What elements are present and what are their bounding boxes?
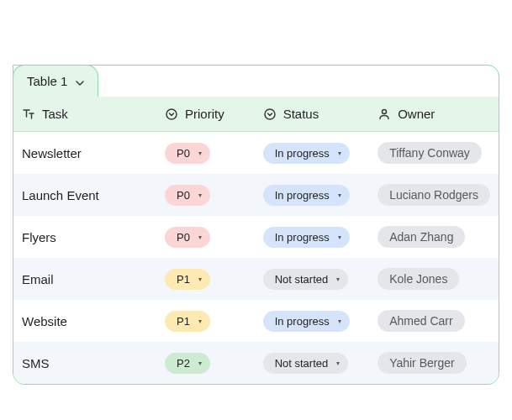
owner-name: Kole Jones [389, 272, 447, 286]
task-name: Flyers [22, 230, 56, 244]
table-row: WebsiteP1▾In progress▾Ahmed Carr [13, 300, 499, 342]
status-cell: Not started▾ [255, 342, 369, 384]
status-label: In progress [275, 315, 330, 328]
svg-point-2 [383, 109, 387, 113]
task-cell[interactable]: Flyers [13, 216, 156, 258]
owner-name: Adan Zhang [389, 230, 453, 244]
owner-chip[interactable]: Yahir Berger [377, 352, 467, 374]
task-cell[interactable]: SMS [13, 342, 156, 384]
priority-pill[interactable]: P1▾ [165, 269, 210, 290]
caret-down-icon: ▾ [338, 318, 341, 325]
priority-pill[interactable]: P1▾ [165, 311, 210, 332]
owner-name: Tiffany Conway [389, 146, 470, 160]
owner-chip[interactable]: Kole Jones [377, 268, 459, 290]
owner-chip[interactable]: Luciano Rodgers [377, 184, 490, 206]
header-row: Task Priority [13, 97, 499, 132]
column-header-label: Status [283, 107, 319, 121]
column-header-label: Owner [398, 107, 435, 121]
caret-down-icon: ▾ [338, 234, 341, 241]
status-cell: In progress▾ [255, 174, 369, 216]
priority-label: P1 [177, 273, 190, 286]
status-cell: In progress▾ [255, 132, 369, 175]
task-name: Newsletter [22, 146, 82, 160]
priority-pill[interactable]: P0▾ [165, 143, 210, 164]
status-pill[interactable]: In progress▾ [263, 227, 350, 248]
status-label: Not started [275, 357, 329, 370]
priority-label: P1 [177, 315, 190, 328]
owner-cell: Yahir Berger [369, 342, 499, 384]
owner-name: Yahir Berger [389, 356, 455, 370]
status-pill[interactable]: In progress▾ [263, 143, 350, 164]
column-header-label: Priority [185, 107, 224, 121]
task-name: Website [22, 314, 67, 328]
chevron-down-icon [76, 74, 84, 88]
priority-label: P0 [177, 147, 190, 160]
column-header-label: Task [42, 107, 68, 121]
priority-cell: P0▾ [156, 174, 255, 216]
table-row: FlyersP0▾In progress▾Adan Zhang [13, 216, 499, 258]
priority-pill[interactable]: P0▾ [165, 185, 210, 206]
caret-down-icon: ▾ [198, 234, 202, 241]
status-label: In progress [275, 147, 330, 160]
task-name: SMS [22, 356, 50, 370]
task-name: Email [22, 272, 54, 286]
dropdown-icon [263, 108, 277, 121]
task-name: Launch Event [22, 188, 99, 202]
column-header-task[interactable]: Task [13, 97, 156, 132]
data-table: Task Priority [13, 65, 499, 385]
owner-cell: Tiffany Conway [369, 132, 499, 175]
caret-down-icon: ▾ [198, 360, 202, 367]
owner-name: Ahmed Carr [389, 314, 452, 328]
priority-cell: P1▾ [156, 300, 255, 342]
table-row: NewsletterP0▾In progress▾Tiffany Conway [13, 132, 499, 175]
text-icon [22, 108, 35, 121]
svg-point-1 [265, 109, 275, 119]
status-pill[interactable]: In progress▾ [263, 311, 350, 332]
caret-down-icon: ▾ [338, 192, 341, 199]
column-header-owner[interactable]: Owner [369, 97, 499, 132]
person-icon [377, 108, 391, 121]
status-label: Not started [275, 273, 329, 286]
status-label: In progress [275, 189, 330, 202]
owner-chip[interactable]: Ahmed Carr [377, 310, 464, 332]
caret-down-icon: ▾ [336, 276, 340, 283]
task-cell[interactable]: Website [13, 300, 156, 342]
owner-chip[interactable]: Adan Zhang [377, 226, 465, 248]
dropdown-icon [165, 108, 178, 121]
caret-down-icon: ▾ [198, 192, 202, 199]
priority-cell: P0▾ [156, 216, 255, 258]
column-header-priority[interactable]: Priority [156, 97, 255, 132]
caret-down-icon: ▾ [198, 150, 202, 157]
priority-pill[interactable]: P2▾ [165, 353, 210, 374]
caret-down-icon: ▾ [336, 360, 340, 367]
caret-down-icon: ▾ [198, 318, 202, 325]
column-header-status[interactable]: Status [255, 97, 369, 132]
table-tab-label: Table 1 [27, 74, 67, 88]
owner-cell: Kole Jones [369, 258, 499, 300]
status-pill[interactable]: In progress▾ [263, 185, 350, 206]
status-label: In progress [275, 231, 330, 244]
owner-name: Luciano Rodgers [389, 188, 478, 202]
status-pill[interactable]: Not started▾ [263, 269, 349, 290]
table-row: EmailP1▾Not started▾Kole Jones [13, 258, 499, 300]
priority-label: P0 [177, 189, 190, 202]
priority-pill[interactable]: P0▾ [165, 227, 210, 248]
owner-chip[interactable]: Tiffany Conway [377, 142, 482, 164]
priority-label: P0 [177, 231, 190, 244]
owner-cell: Ahmed Carr [369, 300, 499, 342]
task-cell[interactable]: Launch Event [13, 174, 156, 216]
priority-cell: P1▾ [156, 258, 255, 300]
owner-cell: Luciano Rodgers [369, 174, 499, 216]
task-cell[interactable]: Email [13, 258, 156, 300]
status-cell: In progress▾ [255, 216, 369, 258]
table-tab[interactable]: Table 1 [13, 65, 98, 97]
caret-down-icon: ▾ [198, 276, 202, 283]
status-cell: Not started▾ [255, 258, 369, 300]
table-row: Launch EventP0▾In progress▾Luciano Rodge… [13, 174, 499, 216]
table-row: SMSP2▾Not started▾Yahir Berger [13, 342, 499, 384]
status-pill[interactable]: Not started▾ [263, 353, 349, 374]
caret-down-icon: ▾ [338, 150, 341, 157]
status-cell: In progress▾ [255, 300, 369, 342]
owner-cell: Adan Zhang [369, 216, 499, 258]
task-cell[interactable]: Newsletter [13, 132, 156, 175]
